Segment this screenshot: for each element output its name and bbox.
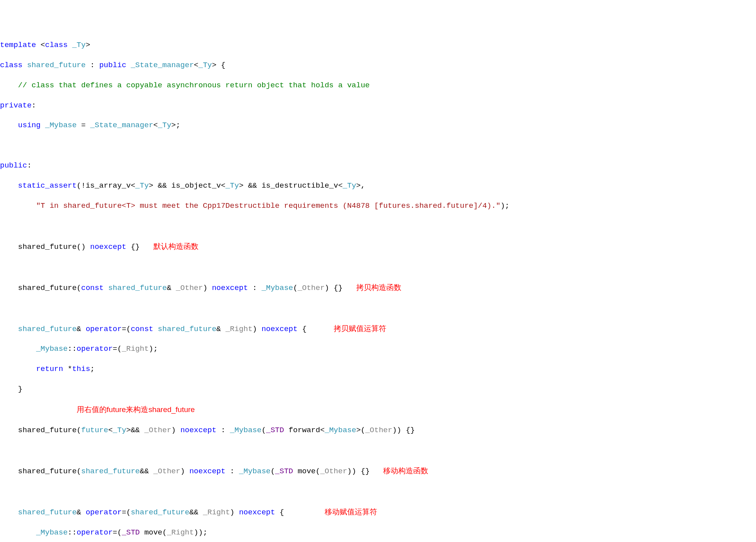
code-line: shared_future& operator=(const shared_fu… <box>0 324 756 334</box>
macro-std: _STD <box>275 467 293 476</box>
keyword-template: template <box>0 41 36 49</box>
code-line <box>0 221 756 231</box>
shared-future-ctor: shared_future <box>18 243 77 251</box>
type-mybase: _Mybase <box>45 121 77 130</box>
keyword-noexcept: noexcept <box>180 426 216 435</box>
shared-future-ctor: shared_future <box>18 284 77 292</box>
code-line: template <class _Ty> <box>0 40 756 50</box>
keyword-const: const <box>131 325 153 333</box>
keyword-const: const <box>81 284 104 292</box>
is-destructible-v: is_destructible_v <box>261 181 338 190</box>
type-shared-future: shared_future <box>18 508 77 517</box>
code-line <box>0 141 756 151</box>
keyword-using: using <box>18 121 41 130</box>
type-state-manager: _State_manager <box>131 61 194 70</box>
code-line <box>0 446 756 455</box>
type-state-manager: _State_manager <box>90 121 153 130</box>
code-line: shared_future(shared_future&& _Other) no… <box>0 466 756 476</box>
macro-std: _STD <box>122 528 140 537</box>
static-assert: static_assert <box>18 181 77 190</box>
macro-std: _STD <box>266 426 284 435</box>
code-line <box>0 262 756 272</box>
type-mybase: _Mybase <box>36 528 68 537</box>
keyword-public: public <box>99 61 126 70</box>
type-shared-future: shared_future <box>18 325 77 333</box>
keyword-class: class <box>45 41 68 49</box>
annotation-default-ctor: 默认构造函数 <box>153 242 198 250</box>
code-line: 用右值的future来构造shared_future <box>0 405 756 415</box>
keyword-return: return <box>36 365 63 373</box>
keyword-noexcept: noexcept <box>239 508 275 517</box>
type-shared-future: shared_future <box>81 467 140 476</box>
param-right: _Right <box>203 508 230 517</box>
code-line: _Mybase::operator=(_STD move(_Right)); <box>0 528 756 538</box>
code-line: return *this; <box>0 364 756 374</box>
is-object-v: is_object_v <box>171 181 221 190</box>
keyword-this: this <box>72 365 90 373</box>
keyword-private: private <box>0 101 32 110</box>
func-move: move <box>298 467 316 476</box>
keyword-public: public <box>0 161 27 170</box>
code-line: public: <box>0 161 756 171</box>
code-line: static_assert(!is_array_v<_Ty> && is_obj… <box>0 181 756 191</box>
code-line <box>0 487 756 497</box>
keyword-operator: operator <box>86 325 122 333</box>
keyword-noexcept: noexcept <box>90 243 126 251</box>
param-right: _Right <box>225 325 252 333</box>
type-ty: _Ty <box>158 121 171 130</box>
param-other: _Other <box>176 284 203 292</box>
type-future: future <box>81 426 108 435</box>
code-line: } <box>0 384 756 394</box>
annotation-copy-assign: 拷贝赋值运算符 <box>334 324 386 333</box>
comment: // class that defines a copyable asynchr… <box>18 81 370 90</box>
annotation-move-ctor: 移动构造函数 <box>383 467 428 475</box>
code-line: shared_future() noexcept {} 默认构造函数 <box>0 241 756 252</box>
type-shared-future: shared_future <box>158 325 216 333</box>
keyword-noexcept: noexcept <box>212 284 248 292</box>
type-mybase: _Mybase <box>239 467 270 476</box>
param-other: _Other <box>365 426 392 435</box>
param-right: _Right <box>167 528 194 537</box>
code-line <box>0 303 756 313</box>
code-line: shared_future(future<_Ty>&& _Other) noex… <box>0 425 756 435</box>
param-other: _Other <box>320 467 347 476</box>
keyword-noexcept: noexcept <box>261 325 297 333</box>
keyword-class: class <box>0 61 23 70</box>
type-ty: _Ty <box>225 181 239 190</box>
param-other: _Other <box>153 467 180 476</box>
type-ty: _Ty <box>343 181 356 190</box>
keyword-operator: operator <box>86 508 122 517</box>
func-forward: forward <box>289 426 320 435</box>
param-other: _Other <box>298 284 325 292</box>
code-line: using _Mybase = _State_manager<_Ty>; <box>0 120 756 130</box>
code-line: shared_future(const shared_future& _Othe… <box>0 282 756 293</box>
type-mybase: _Mybase <box>261 284 293 292</box>
code-line: class shared_future : public _State_mana… <box>0 60 756 70</box>
code-line: "T in shared_future<T> must meet the Cpp… <box>0 201 756 211</box>
shared-future-ctor: shared_future <box>18 467 77 476</box>
code-line: private: <box>0 101 756 111</box>
annotation-move-assign: 移动赋值运算符 <box>325 508 377 516</box>
annotation-rvalue-future: 用右值的future来构造shared_future <box>77 405 195 414</box>
code-line: // class that defines a copyable asynchr… <box>0 81 756 90</box>
type-shared-future: shared_future <box>108 284 167 292</box>
type-ty: _Ty <box>72 41 85 49</box>
string-literal: "T in shared_future<T> must meet the Cpp… <box>36 201 500 210</box>
param-right: _Right <box>122 344 149 353</box>
type-ty: _Ty <box>135 181 149 190</box>
type-mybase: _Mybase <box>325 426 356 435</box>
shared-future-ctor: shared_future <box>18 426 77 435</box>
type-ty: _Ty <box>113 426 126 435</box>
is-array-v: is_array_v <box>86 181 131 190</box>
annotation-copy-ctor: 拷贝构造函数 <box>356 283 401 292</box>
keyword-operator: operator <box>77 528 113 537</box>
type-shared-future: shared_future <box>27 61 85 70</box>
type-mybase: _Mybase <box>36 344 68 353</box>
func-move: move <box>144 528 163 537</box>
type-shared-future: shared_future <box>131 508 189 517</box>
type-ty: _Ty <box>198 61 212 70</box>
code-line: _Mybase::operator=(_Right); <box>0 344 756 354</box>
param-other: _Other <box>144 426 171 435</box>
keyword-operator: operator <box>77 344 113 353</box>
type-mybase: _Mybase <box>230 426 262 435</box>
